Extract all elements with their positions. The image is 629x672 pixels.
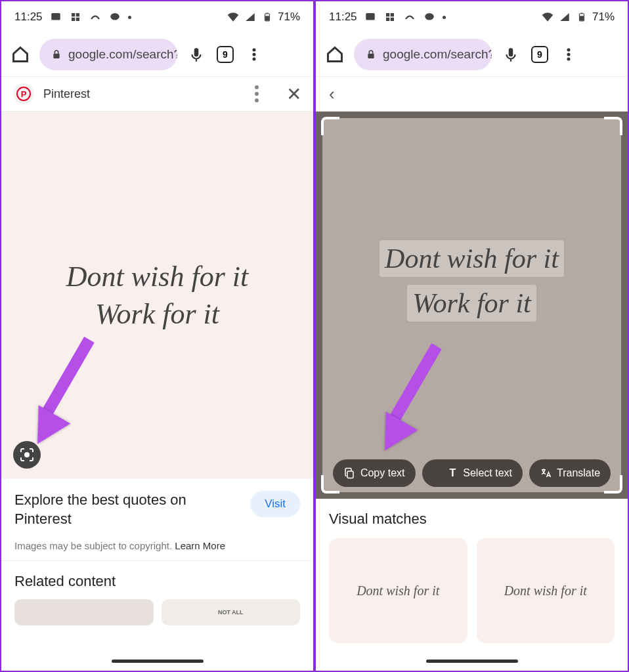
- status-time: 11:25: [14, 10, 43, 24]
- battery-icon: [261, 10, 274, 24]
- info-title: Explore the best quotes on Pinterest: [14, 491, 242, 528]
- url-bar[interactable]: google.com/search?q: [354, 39, 492, 70]
- status-dot: [443, 16, 446, 19]
- menu-icon[interactable]: [244, 45, 264, 64]
- mic-icon[interactable]: [186, 45, 206, 64]
- lens-view: Dont wish for it Work for it Copy text T…: [316, 112, 628, 499]
- wifi-icon: [227, 10, 240, 24]
- close-icon[interactable]: ✕: [286, 83, 301, 105]
- signal-icon: [244, 10, 257, 24]
- svg-point-12: [253, 53, 256, 56]
- svg-rect-8: [266, 13, 269, 14]
- nav-pill[interactable]: [112, 660, 204, 663]
- chat-icon: [108, 10, 121, 24]
- tutorial-arrow: [375, 419, 412, 453]
- battery-icon: [575, 10, 588, 24]
- app-icon: [69, 10, 82, 24]
- svg-point-5: [110, 13, 119, 20]
- related-section: Related content NOT ALL: [1, 560, 313, 625]
- airtel-icon: [403, 10, 416, 24]
- battery-percent: 71%: [278, 10, 300, 24]
- image-header: P Pinterest ✕: [1, 76, 313, 112]
- signal-icon: [558, 10, 571, 24]
- visit-button[interactable]: Visit: [250, 491, 300, 517]
- crop-corner[interactable]: [321, 117, 339, 135]
- select-text-button[interactable]: TSelect text: [422, 459, 523, 487]
- svg-rect-29: [347, 471, 353, 478]
- svg-rect-19: [390, 18, 393, 21]
- svg-rect-4: [76, 18, 79, 21]
- browser-bar: google.com/search?q 9: [1, 33, 313, 76]
- svg-rect-7: [265, 16, 269, 20]
- visual-match-thumb[interactable]: Dont wish for it: [329, 538, 467, 643]
- nav-bar: [316, 656, 628, 665]
- app-icon: [383, 10, 397, 24]
- status-time: 11:25: [329, 10, 357, 24]
- battery-percent: 71%: [592, 10, 615, 24]
- message-icon: [364, 10, 377, 24]
- svg-rect-3: [72, 18, 75, 21]
- nav-pill[interactable]: [426, 660, 518, 663]
- back-icon[interactable]: ‹: [329, 84, 335, 104]
- tabs-count: 9: [531, 46, 548, 63]
- translate-button[interactable]: Translate: [529, 459, 611, 487]
- visual-match-thumb[interactable]: Dont wish for it: [477, 538, 615, 643]
- svg-point-28: [567, 58, 571, 61]
- source-label[interactable]: Pinterest: [43, 87, 246, 101]
- svg-point-11: [253, 49, 256, 52]
- crop-corner[interactable]: [604, 117, 622, 135]
- home-icon[interactable]: [11, 45, 30, 64]
- svg-rect-1: [72, 13, 75, 16]
- svg-point-20: [425, 13, 434, 20]
- svg-point-26: [567, 49, 571, 52]
- tutorial-arrow: [28, 412, 64, 446]
- url-text: google.com/search?q: [68, 47, 177, 62]
- lens-actions: Copy text TSelect text Translate: [322, 459, 621, 487]
- svg-point-13: [253, 58, 256, 61]
- related-thumb[interactable]: [14, 599, 154, 625]
- svg-rect-9: [53, 54, 59, 58]
- svg-rect-15: [366, 13, 375, 20]
- lock-icon: [51, 49, 62, 60]
- phone-right: 11:25 71% google.com/search?q 9 ‹: [314, 0, 629, 672]
- tabs-button[interactable]: 9: [215, 45, 235, 64]
- quote-line-2: Work for it: [95, 295, 219, 333]
- tabs-count: 9: [217, 46, 234, 63]
- nav-bar: [1, 656, 313, 665]
- svg-point-27: [567, 53, 571, 56]
- google-lens-button[interactable]: [13, 441, 41, 469]
- related-title: Related content: [14, 573, 300, 590]
- svg-rect-16: [386, 13, 389, 16]
- related-thumb[interactable]: NOT ALL: [162, 599, 301, 625]
- svg-rect-22: [580, 16, 584, 20]
- learn-more-link[interactable]: Learn More: [175, 540, 225, 551]
- menu-icon[interactable]: [559, 45, 578, 64]
- quote-line-1: Dont wish for it: [66, 258, 249, 295]
- detected-text-2[interactable]: Work for it: [407, 285, 536, 322]
- detected-text-1[interactable]: Dont wish for it: [380, 240, 564, 277]
- tabs-button[interactable]: 9: [530, 45, 550, 64]
- message-icon: [49, 10, 62, 24]
- browser-bar: google.com/search?q 9: [316, 33, 628, 76]
- home-icon[interactable]: [325, 45, 345, 64]
- mic-icon[interactable]: [501, 45, 521, 64]
- svg-rect-17: [390, 13, 393, 16]
- status-dot: [128, 16, 131, 19]
- url-bar[interactable]: google.com/search?q: [39, 39, 177, 70]
- lens-header: ‹: [316, 76, 628, 112]
- svg-rect-2: [76, 13, 79, 16]
- visual-matches-title: Visual matches: [329, 511, 615, 528]
- svg-point-14: [24, 452, 30, 457]
- status-bar: 11:25 71%: [1, 1, 313, 33]
- image-preview[interactable]: Dont wish for it Work for it: [1, 112, 313, 479]
- wifi-icon: [541, 10, 554, 24]
- header-menu-icon[interactable]: [255, 92, 259, 96]
- status-bar: 11:25 71%: [316, 1, 628, 33]
- url-text: google.com/search?q: [383, 47, 492, 62]
- svg-rect-23: [580, 13, 583, 14]
- copy-text-button[interactable]: Copy text: [333, 459, 416, 487]
- svg-rect-10: [194, 48, 199, 56]
- svg-rect-24: [368, 54, 374, 58]
- lens-image[interactable]: Dont wish for it Work for it: [322, 118, 621, 492]
- chat-icon: [423, 10, 436, 24]
